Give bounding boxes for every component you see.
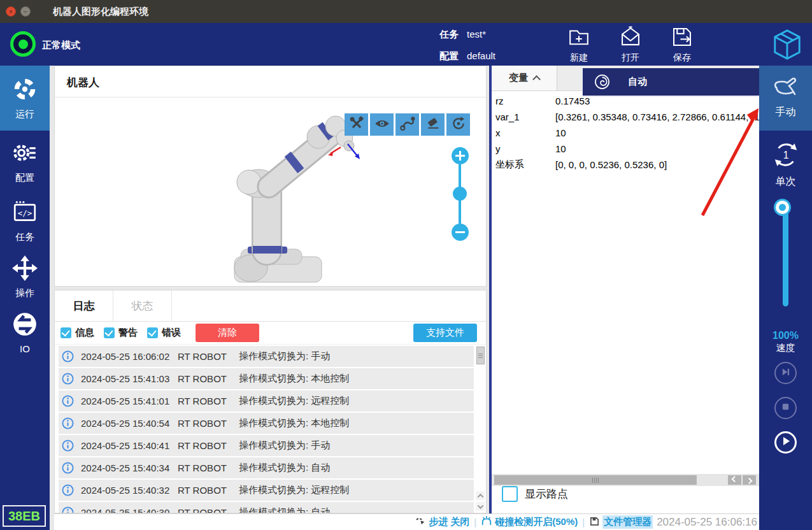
sidebar-item-operate[interactable]: 操作 — [0, 252, 50, 302]
log-scrollbar[interactable] — [476, 347, 485, 511]
step-status[interactable]: 步进 关闭 — [415, 516, 469, 529]
log-source: RT ROBOT — [178, 485, 239, 496]
log-time: 2024-05-25 15:41:03 — [81, 373, 178, 384]
log-filter-bar: 信息 警告 错误 清除 支持文件 — [55, 322, 486, 345]
scroll-up-icon[interactable] — [476, 491, 485, 500]
log-message: 操作模式切换为: 手动 — [239, 440, 330, 452]
waypoint-path-icon — [399, 115, 416, 134]
manual-mode-label: 手动 — [776, 106, 796, 119]
variable-value: 10 — [555, 127, 566, 138]
config-row: 配置 default — [439, 50, 495, 62]
variable-name: x — [492, 127, 555, 138]
status-timestamp: 2024-05-25 16:06:16 — [657, 516, 757, 529]
log-source: RT ROBOT — [178, 418, 239, 429]
manual-mode-button[interactable]: 手动 — [759, 66, 812, 131]
zoom-out-button[interactable] — [452, 224, 469, 241]
auto-option-label: 自动 — [628, 76, 647, 88]
stop-button[interactable] — [774, 397, 797, 419]
info-icon — [62, 417, 74, 429]
log-source: RT ROBOT — [178, 507, 239, 513]
speed-slider-handle[interactable] — [776, 201, 789, 214]
path-button[interactable] — [395, 113, 419, 136]
robot-panel-title: 机器人 — [55, 66, 486, 97]
log-time: 2024-05-25 15:40:54 — [81, 418, 178, 429]
log-list[interactable]: 2024-05-25 16:06:02 RT ROBOT 操作模式切换为: 手动… — [55, 345, 486, 513]
sidebar-item-run[interactable]: 运行 — [0, 66, 50, 131]
visibility-button[interactable] — [370, 113, 394, 136]
log-source: RT ROBOT — [178, 396, 239, 406]
window-title: 机器人图形化编程环境 — [53, 6, 148, 18]
sidebar-item-task[interactable]: </> 任务 — [0, 196, 50, 246]
step-next-button[interactable] — [774, 362, 797, 384]
hscrollbar-thumb[interactable] — [494, 475, 697, 485]
scroll-down-icon[interactable] — [476, 502, 485, 511]
status-divider: | — [474, 517, 476, 527]
app-window: × − 机器人图形化编程环境 正常模式 任务 test* 配置 default … — [0, 0, 812, 530]
collision-status[interactable]: 碰撞检测开启(50%) — [481, 515, 578, 529]
tab-variables[interactable]: 变量 — [492, 66, 557, 90]
scroll-right-icon[interactable] — [743, 475, 756, 485]
show-waypoints-label: 显示路点 — [525, 487, 568, 501]
file-manager-status[interactable]: 文件管理器 — [589, 515, 653, 529]
titlebar: × − 机器人图形化编程环境 — [0, 0, 812, 23]
save-button[interactable]: 保存 — [666, 25, 698, 64]
mode-dropdown-item-auto[interactable]: 自动 — [583, 68, 759, 96]
log-scrollbar-thumb[interactable] — [476, 347, 485, 364]
log-row: 2024-05-25 15:41:03 RT ROBOT 操作模式切换为: 本地… — [59, 368, 474, 389]
tools-button[interactable] — [345, 113, 368, 136]
collision-detect-icon — [481, 515, 492, 529]
info-checkbox[interactable] — [61, 327, 71, 338]
sidebar-item-label: 配置 — [15, 172, 34, 184]
robot-id-badge[interactable]: 38EB — [3, 505, 46, 527]
config-value: default — [467, 50, 495, 62]
support-files-button[interactable]: 支持文件 — [413, 324, 477, 342]
log-source: RT ROBOT — [178, 373, 239, 384]
rotate-view-button[interactable] — [446, 113, 470, 136]
warning-checkbox[interactable] — [104, 327, 115, 338]
eye-icon — [374, 115, 390, 134]
zoom-in-button[interactable] — [452, 147, 469, 164]
svg-text:1: 1 — [783, 150, 788, 161]
variable-value: [0, 0, 0, 0.5236, 0.5236, 0] — [555, 159, 667, 170]
task-value: test* — [467, 29, 486, 41]
variable-row[interactable]: y 10 — [492, 141, 759, 157]
minimize-window-icon[interactable]: − — [20, 6, 31, 17]
sidebar-item-io[interactable]: IO — [0, 308, 50, 357]
info-icon — [62, 506, 74, 513]
left-sidebar: 运行 配置 </> 任务 — [0, 66, 50, 530]
single-run-label: 单次 — [776, 175, 796, 189]
new-button[interactable]: 新建 — [563, 25, 595, 64]
rotate-icon — [450, 115, 467, 134]
variable-name: var_1 — [492, 111, 555, 122]
speed-value: 100% — [759, 330, 812, 341]
variable-name: y — [492, 143, 555, 154]
open-button[interactable]: 打开 — [615, 25, 646, 64]
erase-button[interactable] — [421, 113, 445, 136]
variable-row[interactable]: 坐标系 [0, 0, 0, 0.5236, 0.5236, 0] — [492, 157, 759, 173]
log-time: 2024-05-25 15:40:41 — [81, 440, 178, 451]
tab-log[interactable]: 日志 — [55, 290, 113, 321]
app-logo-cube-icon — [772, 29, 802, 63]
variables-hscrollbar[interactable] — [492, 474, 759, 486]
error-checkbox[interactable] — [147, 327, 158, 338]
show-waypoints-checkbox[interactable] — [502, 486, 518, 502]
variable-row[interactable]: var_1 [0.3261, 0.35348, 0.73416, 2.72866… — [492, 109, 759, 125]
log-panel: 日志 状态 信息 警告 错误 清除 支持文件 2024-05-25 16:06:… — [54, 290, 487, 513]
log-time: 2024-05-25 15:40:30 — [81, 507, 178, 513]
close-window-icon[interactable]: × — [6, 6, 16, 17]
status-divider: | — [582, 517, 585, 527]
single-run-button[interactable]: 1 单次 — [759, 138, 812, 190]
zoom-slider-handle[interactable] — [453, 187, 467, 201]
log-message: 操作模式切换为: 自动 — [239, 506, 330, 513]
scroll-left-icon[interactable] — [728, 475, 741, 485]
play-button[interactable] — [774, 431, 797, 454]
log-row: 2024-05-25 15:40:41 RT ROBOT 操作模式切换为: 手动 — [59, 435, 474, 456]
variable-row[interactable]: x 10 — [492, 125, 759, 141]
speed-slider-track[interactable] — [783, 207, 788, 306]
clear-button[interactable]: 清除 — [196, 324, 259, 342]
log-message: 操作模式切换为: 自动 — [239, 462, 330, 474]
tab-status[interactable]: 状态 — [113, 290, 172, 321]
sidebar-item-config[interactable]: 配置 — [0, 137, 50, 187]
info-icon — [62, 440, 74, 452]
svg-text:</>: </> — [18, 208, 32, 218]
